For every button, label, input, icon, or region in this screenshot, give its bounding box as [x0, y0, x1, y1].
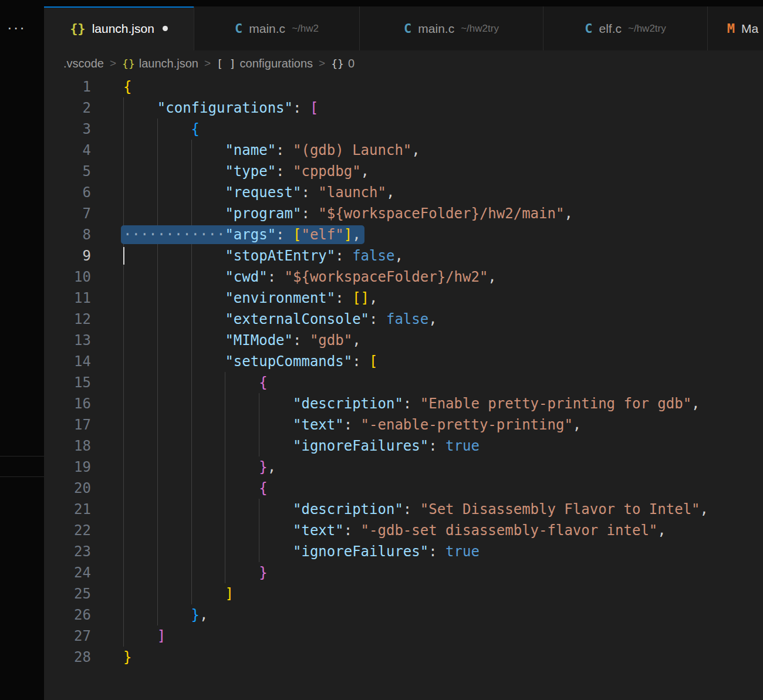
- code-text: "MIMode": "gdb",: [123, 332, 361, 349]
- code-line-content[interactable]: }: [123, 647, 763, 668]
- line-number[interactable]: 13: [44, 330, 123, 351]
- code-text: },: [123, 607, 208, 623]
- code-token: "MIMode": [225, 332, 293, 349]
- code-line-content[interactable]: "request": "launch",: [123, 182, 763, 203]
- code-line: 4 "name": "(gdb) Launch",: [44, 140, 763, 161]
- code-text: ]: [123, 628, 166, 644]
- code-token: :: [276, 163, 293, 180]
- line-number[interactable]: 22: [44, 520, 123, 541]
- line-number[interactable]: 14: [44, 351, 123, 372]
- code-line-content[interactable]: "configurations": [: [123, 97, 763, 119]
- code-token: "args": [225, 226, 276, 243]
- code-token: "-enable-pretty-printing": [361, 417, 573, 433]
- code-line-content[interactable]: "stopAtEntry": false,: [123, 245, 763, 266]
- code-text: ············"args": ["elf"],: [123, 226, 361, 243]
- code-line-content[interactable]: "type": "cppdbg",: [123, 161, 763, 182]
- line-number[interactable]: 21: [44, 499, 123, 520]
- object-symbol-icon: {}: [331, 58, 344, 70]
- line-number[interactable]: 25: [44, 583, 123, 604]
- breadcrumb-item-configurations[interactable]: [ ] configurations: [217, 57, 313, 70]
- code-line-content[interactable]: },: [123, 456, 763, 478]
- code-line-content[interactable]: {: [123, 76, 763, 97]
- line-number[interactable]: 10: [44, 266, 123, 288]
- code-token: :: [352, 353, 369, 370]
- tab-launch-json[interactable]: {} launch.json: [44, 6, 194, 50]
- code-text: "request": "launch",: [123, 184, 394, 201]
- code-line-content[interactable]: "text": "-enable-pretty-printing",: [123, 414, 763, 435]
- line-number[interactable]: 17: [44, 414, 123, 435]
- modified-indicator[interactable]: [163, 26, 168, 31]
- json-symbol-icon: {}: [122, 58, 135, 70]
- code-token: ,: [488, 269, 496, 285]
- line-number[interactable]: 20: [44, 478, 123, 499]
- code-line-content[interactable]: ]: [123, 583, 763, 604]
- code-text: }: [123, 649, 131, 665]
- code-line-content[interactable]: {: [123, 478, 763, 499]
- line-number[interactable]: 3: [44, 119, 123, 140]
- line-number[interactable]: 1: [44, 76, 123, 97]
- line-number[interactable]: 12: [44, 309, 123, 330]
- line-number[interactable]: 24: [44, 562, 123, 583]
- code-token: true: [445, 438, 480, 454]
- code-token: "type": [225, 163, 276, 180]
- code-token: :: [428, 543, 445, 560]
- code-token: :: [403, 395, 420, 412]
- code-line-content[interactable]: "MIMode": "gdb",: [123, 330, 763, 351]
- code-token: ,: [428, 311, 437, 327]
- line-number[interactable]: 4: [44, 140, 123, 161]
- breadcrumb-item-launch-json[interactable]: {} launch.json: [122, 57, 198, 70]
- code-line-content[interactable]: "description": "Set Disassembly Flavor t…: [123, 499, 763, 520]
- code-line-content[interactable]: "text": "-gdb-set disassembly-flavor int…: [123, 520, 763, 541]
- code-line-content[interactable]: "cwd": "${workspaceFolder}/hw2",: [123, 266, 763, 288]
- line-number[interactable]: 2: [44, 97, 123, 119]
- code-line-content[interactable]: "name": "(gdb) Launch",: [123, 140, 763, 161]
- line-number[interactable]: 15: [44, 372, 123, 393]
- code-text: {: [123, 79, 131, 95]
- chevron-right-icon: >: [110, 57, 116, 70]
- line-number[interactable]: 19: [44, 456, 123, 478]
- code-line-content[interactable]: "program": "${workspaceFolder}/hw2/main"…: [123, 203, 763, 224]
- more-actions-button[interactable]: ···: [7, 20, 26, 35]
- line-number[interactable]: 5: [44, 161, 123, 182]
- code-text: "type": "cppdbg",: [123, 163, 369, 180]
- code-line-content[interactable]: "setupCommands": [: [123, 351, 763, 372]
- line-number[interactable]: 8: [44, 224, 123, 245]
- code-line: 1{: [44, 76, 763, 97]
- line-number[interactable]: 27: [44, 625, 123, 647]
- code-line-content[interactable]: },: [123, 604, 763, 625]
- code-line-content[interactable]: {: [123, 372, 763, 393]
- code-line-content[interactable]: "description": "Enable pretty-printing f…: [123, 393, 763, 414]
- code-line-content[interactable]: {: [123, 119, 763, 140]
- tab-makefile-partial[interactable]: M Ma: [708, 6, 763, 50]
- code-line-content[interactable]: "ignoreFailures": true: [123, 541, 763, 562]
- code-token: "gdb": [310, 332, 352, 349]
- breadcrumb-item-vscode[interactable]: .vscode: [63, 57, 104, 70]
- tab-elf-c-hw2try[interactable]: C elf.c ~/hw2try: [543, 6, 708, 50]
- line-number[interactable]: 16: [44, 393, 123, 414]
- line-number[interactable]: 28: [44, 647, 123, 668]
- code-line-content[interactable]: ]: [123, 625, 763, 647]
- code-token: :: [335, 248, 352, 264]
- tab-main-c-hw2try[interactable]: C main.c ~/hw2try: [360, 6, 543, 50]
- line-number[interactable]: 11: [44, 288, 123, 309]
- code-token: [: [369, 353, 377, 370]
- code-text: "text": "-gdb-set disassembly-flavor int…: [123, 522, 666, 539]
- code-line-content[interactable]: ············"args": ["elf"],: [123, 224, 763, 245]
- tab-path-detail: ~/hw2: [292, 23, 319, 35]
- line-number[interactable]: 6: [44, 182, 123, 203]
- code-token: }: [123, 649, 131, 665]
- line-number[interactable]: 9: [44, 245, 123, 266]
- line-number[interactable]: 7: [44, 203, 123, 224]
- code-line-content[interactable]: "ignoreFailures": true: [123, 435, 763, 456]
- line-number[interactable]: 26: [44, 604, 123, 625]
- breadcrumb-item-0[interactable]: {} 0: [331, 57, 355, 70]
- code-line-content[interactable]: "externalConsole": false,: [123, 309, 763, 330]
- code-text: "description": "Enable pretty-printing f…: [123, 395, 700, 412]
- tab-main-c-hw2[interactable]: C main.c ~/hw2: [194, 6, 360, 50]
- line-number[interactable]: 18: [44, 435, 123, 456]
- line-number[interactable]: 23: [44, 541, 123, 562]
- code-line-content[interactable]: "environment": [],: [123, 288, 763, 309]
- editor-group: {} launch.json C main.c ~/hw2 C main.c ~…: [44, 0, 763, 700]
- code-line-content[interactable]: }: [123, 562, 763, 583]
- tab-bar: {} launch.json C main.c ~/hw2 C main.c ~…: [44, 0, 763, 50]
